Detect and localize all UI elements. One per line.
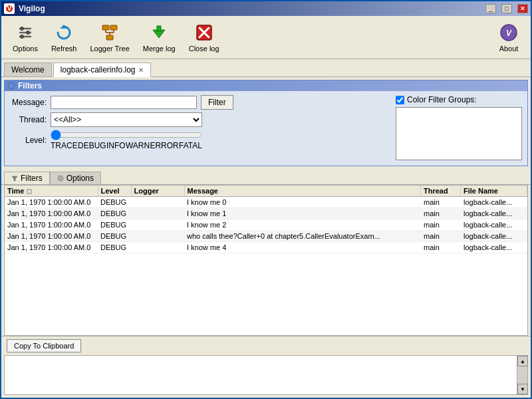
- color-filter-checkbox[interactable]: [396, 96, 404, 104]
- logger-tree-label: Logger Tree: [90, 45, 129, 53]
- table-row[interactable]: Jan 1, 1970 1:00:00 AM.0DEBUGI know me 4…: [5, 242, 527, 253]
- logger-tree-icon: [99, 22, 120, 43]
- window-title: Vigilog: [19, 4, 480, 13]
- col-header-thread: Thread: [421, 186, 461, 197]
- svg-point-26: [59, 178, 61, 180]
- about-label: About: [499, 45, 519, 53]
- filters-title-label: Filters: [18, 81, 42, 90]
- level-debug: DEBUG: [78, 141, 106, 150]
- cell-thread: main: [421, 219, 461, 231]
- table-row[interactable]: Jan 1, 1970 1:00:00 AM.0DEBUGI know me 2…: [5, 219, 527, 231]
- cell-logger: [131, 219, 184, 231]
- message-label: Message:: [10, 98, 47, 107]
- logger-tree-button[interactable]: Logger Tree: [84, 19, 135, 56]
- level-labels: TRACE DEBUG INFO WARN ERROR FATAL: [51, 141, 202, 150]
- maximize-button[interactable]: □: [501, 4, 512, 13]
- cell-logger: [131, 242, 184, 253]
- thread-select[interactable]: <<All>>: [51, 112, 202, 127]
- log-table-rows: Jan 1, 1970 1:00:00 AM.0DEBUGI know me 0…: [5, 197, 527, 253]
- svg-rect-27: [27, 190, 31, 194]
- subtabs: Filters Options: [1, 169, 531, 185]
- cell-logger: [131, 197, 184, 208]
- table-row[interactable]: Jan 1, 1970 1:00:00 AM.0DEBUGwho calls t…: [5, 231, 527, 242]
- app-icon: V: [4, 3, 15, 14]
- cell-time: Jan 1, 1970 1:00:00 AM.0: [5, 219, 98, 231]
- level-fatal: FATAL: [179, 141, 202, 150]
- log-tab-close[interactable]: ✕: [138, 66, 144, 74]
- level-warn: WARN: [126, 141, 150, 150]
- col-header-level: Level: [98, 186, 131, 197]
- filter-button[interactable]: Filter: [201, 95, 233, 110]
- cell-thread: main: [421, 208, 461, 219]
- welcome-tab[interactable]: Welcome: [4, 63, 52, 76]
- table-row[interactable]: Jan 1, 1970 1:00:00 AM.0DEBUGI know me 1…: [5, 208, 527, 219]
- log-table-scroll[interactable]: Jan 1, 1970 1:00:00 AM.0DEBUGI know me 0…: [5, 197, 527, 335]
- cell-level: DEBUG: [98, 208, 131, 219]
- minimize-button[interactable]: _: [485, 4, 496, 13]
- options-button[interactable]: Options: [7, 19, 44, 56]
- svg-point-23: [8, 82, 15, 89]
- scroll-down-arrow[interactable]: ▼: [517, 384, 528, 394]
- col-header-logger: Logger: [131, 186, 184, 197]
- cell-time: Jan 1, 1970 1:00:00 AM.0: [5, 208, 98, 219]
- title-bar: V Vigilog _ □ ✕: [1, 1, 531, 16]
- copy-to-clipboard-button[interactable]: Copy To Clipboard: [7, 339, 81, 352]
- color-filter-box: [396, 107, 522, 160]
- refresh-icon: [53, 22, 74, 43]
- level-row: Level: TRACE DEBUG INFO WARN ERROR FATAL: [10, 130, 389, 150]
- cell-time: Jan 1, 1970 1:00:00 AM.0: [5, 242, 98, 253]
- level-slider[interactable]: [51, 130, 202, 140]
- filters-section: Filters Message: Filter Thread: <<All>>: [4, 80, 528, 166]
- cell-logger: [131, 231, 184, 242]
- detail-panel: ▲ ▼: [4, 355, 528, 395]
- cell-thread: main: [421, 197, 461, 208]
- close-log-button[interactable]: Close log: [183, 19, 225, 56]
- svg-rect-10: [110, 25, 117, 30]
- scroll-up-arrow[interactable]: ▲: [517, 356, 528, 366]
- cell-message: I know me 2: [184, 219, 421, 231]
- cell-level: DEBUG: [98, 219, 131, 231]
- cell-logger: [131, 208, 184, 219]
- cell-filename: logback-calle...: [461, 197, 527, 208]
- subtab-options-label: Options: [66, 174, 94, 183]
- refresh-label: Refresh: [51, 45, 77, 53]
- cell-message: who calls thee?Caller+0 at chapter5.Call…: [184, 231, 421, 242]
- svg-marker-24: [12, 176, 17, 181]
- table-row[interactable]: Jan 1, 1970 1:00:00 AM.0DEBUGI know me 0…: [5, 197, 527, 208]
- message-row: Message: Filter: [10, 95, 389, 110]
- cell-time: Jan 1, 1970 1:00:00 AM.0: [5, 197, 98, 208]
- filters-row: Message: Filter Thread: <<All>> Level:: [10, 95, 522, 160]
- cell-message: I know me 4: [184, 242, 421, 253]
- cell-filename: logback-calle...: [461, 242, 527, 253]
- log-tab[interactable]: logback-callerinfo.log ✕: [53, 63, 151, 77]
- options-icon: [15, 22, 36, 43]
- message-input[interactable]: [51, 96, 197, 109]
- close-log-label: Close log: [189, 45, 219, 53]
- thread-row: Thread: <<All>>: [10, 112, 389, 127]
- cell-filename: logback-calle...: [461, 208, 527, 219]
- level-slider-container: TRACE DEBUG INFO WARN ERROR FATAL: [51, 130, 202, 150]
- cell-level: DEBUG: [98, 197, 131, 208]
- color-filter-label: Color Filter Groups:: [407, 95, 477, 104]
- svg-rect-11: [106, 35, 113, 40]
- detail-scrollbar: ▲ ▼: [517, 356, 527, 394]
- log-table-body: Jan 1, 1970 1:00:00 AM.0DEBUGI know me 0…: [5, 197, 527, 253]
- subtab-options[interactable]: Options: [50, 172, 101, 184]
- cell-thread: main: [421, 242, 461, 253]
- subtab-filters[interactable]: Filters: [4, 172, 50, 184]
- merge-log-button[interactable]: Merge log: [137, 19, 182, 56]
- filters-title: Filters: [5, 80, 527, 91]
- bottom-bar: Copy To Clipboard: [1, 336, 531, 355]
- refresh-button[interactable]: Refresh: [45, 19, 83, 56]
- cell-message: I know me 1: [184, 208, 421, 219]
- filters-left: Message: Filter Thread: <<All>> Level:: [10, 95, 389, 153]
- close-button[interactable]: ✕: [517, 4, 528, 13]
- toolbar: Options Refresh Logger Tree Merge log Cl…: [1, 16, 531, 59]
- cell-thread: main: [421, 231, 461, 242]
- col-header-time: Time: [5, 186, 98, 197]
- main-tabs: Welcome logback-callerinfo.log ✕: [1, 59, 531, 77]
- cell-level: DEBUG: [98, 242, 131, 253]
- level-info: INFO: [106, 141, 126, 150]
- col-header-filename: File Name: [461, 186, 527, 197]
- about-button[interactable]: V About: [492, 19, 525, 56]
